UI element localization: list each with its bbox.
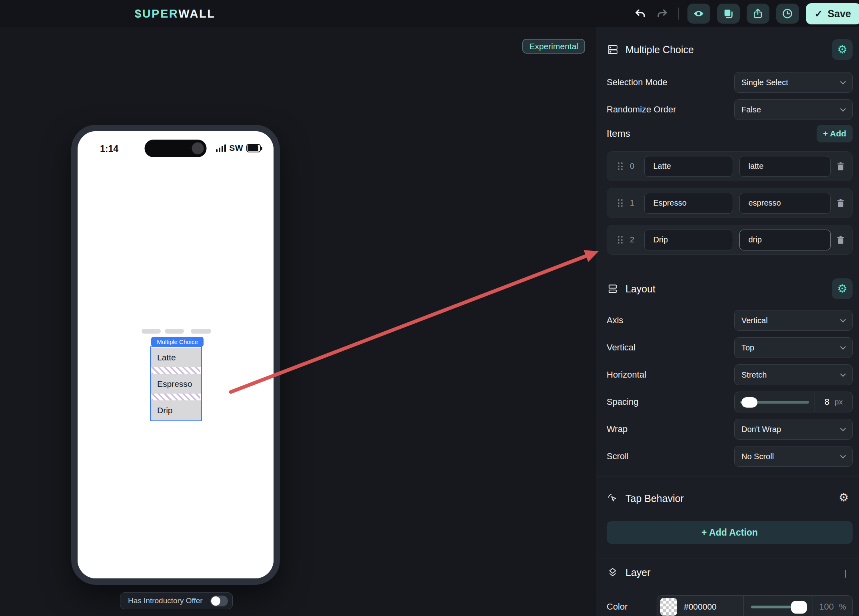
add-item-button[interactable]: + Add xyxy=(817,125,853,142)
spacing-value-field[interactable]: 8 px xyxy=(815,397,852,407)
layout-settings-button[interactable]: ⚙ xyxy=(832,278,853,299)
items-header-row: Items + Add xyxy=(607,125,853,142)
color-swatch[interactable] xyxy=(660,598,677,616)
chevron-down-icon xyxy=(840,452,846,458)
scroll-dropdown[interactable]: No Scroll xyxy=(734,446,853,467)
history-button[interactable] xyxy=(776,4,799,24)
item-value-input[interactable]: drip xyxy=(739,230,831,250)
delete-item-button[interactable] xyxy=(835,161,846,172)
eye-icon xyxy=(693,8,704,19)
selection-mode-dropdown[interactable]: Single Select xyxy=(734,72,853,93)
camera-dot xyxy=(192,142,204,154)
randomize-order-row: Randomize Order False xyxy=(607,99,853,120)
undo-button[interactable] xyxy=(633,6,648,21)
axis-dropdown[interactable]: Vertical xyxy=(734,310,853,331)
drag-handle-icon[interactable] xyxy=(618,199,623,207)
item-label-input[interactable]: Latte xyxy=(644,156,733,177)
slider-knob[interactable] xyxy=(791,601,807,614)
layers-icon xyxy=(607,567,619,578)
inspector-panel: Multiple Choice ⚙ Selection Mode Single … xyxy=(596,27,859,616)
wrap-dropdown[interactable]: Don't Wrap xyxy=(734,419,853,440)
preview-button[interactable] xyxy=(687,4,710,24)
experimental-badge: Experimental xyxy=(522,39,585,54)
topbar: $UPERWALL xyxy=(0,0,859,27)
offer-toggle[interactable] xyxy=(210,596,228,606)
spacing-slider[interactable] xyxy=(735,392,815,412)
opacity-slider[interactable] xyxy=(744,596,813,616)
randomize-order-dropdown[interactable]: False xyxy=(734,99,853,120)
slider-knob[interactable] xyxy=(741,397,757,408)
duplicate-button[interactable] xyxy=(717,4,740,24)
tap-behavior-settings-button[interactable]: ⚙ xyxy=(839,492,849,503)
selection-mode-row: Selection Mode Single Select xyxy=(607,72,853,93)
spacer-stripes xyxy=(152,367,200,374)
signal-icon xyxy=(216,144,226,152)
export-button[interactable] xyxy=(747,4,769,24)
widget-option[interactable]: Espresso xyxy=(151,374,201,394)
chevron-down-icon xyxy=(840,371,846,376)
tap-behavior-section-header: Tap Behavior ⚙ xyxy=(607,488,853,509)
gear-icon: ⚙ xyxy=(837,44,847,55)
section-title: Multiple Choice xyxy=(625,44,694,56)
item-label-input[interactable]: Espresso xyxy=(644,193,733,214)
multiple-choice-settings-button[interactable]: ⚙ xyxy=(832,39,853,60)
multiple-choice-widget[interactable]: Latte Espresso Drip xyxy=(150,346,202,421)
layout-section-header: Layout ⚙ xyxy=(607,278,853,299)
color-value-field[interactable]: #000000 xyxy=(657,598,743,616)
horizontal-dropdown[interactable]: Stretch xyxy=(734,364,853,385)
check-icon: ✓ xyxy=(815,8,823,20)
axis-label: Axis xyxy=(607,315,623,326)
horizontal-row: Horizontal Stretch xyxy=(607,364,853,385)
skeleton-pill xyxy=(142,329,161,334)
section-divider xyxy=(596,558,859,558)
canvas: Experimental 1:14 SW xyxy=(0,27,596,616)
share-icon xyxy=(752,8,763,19)
has-introductory-offer-control: Has Introductory Offer xyxy=(120,592,233,609)
items-label: Items xyxy=(607,128,630,139)
toggle-knob xyxy=(211,596,220,606)
widget-option[interactable]: Latte xyxy=(151,348,201,367)
phone-screen: 1:14 SW Multiple Choice xyxy=(78,131,274,578)
redo-button[interactable] xyxy=(655,6,670,21)
color-label: Color xyxy=(607,602,628,612)
chevron-down-icon xyxy=(845,570,846,578)
vertical-dropdown[interactable]: Top xyxy=(734,337,853,358)
selection-mode-label: Selection Mode xyxy=(607,77,667,88)
layout-icon xyxy=(607,284,619,294)
save-button[interactable]: ✓ Save xyxy=(806,3,859,24)
scroll-row: Scroll No Scroll xyxy=(607,446,853,467)
item-value-input[interactable]: latte xyxy=(739,156,831,177)
item-row-0: 0 Latte latte xyxy=(607,151,853,181)
trash-icon xyxy=(835,198,846,208)
status-icons: SW xyxy=(216,143,262,153)
item-row-1: 1 Espresso espresso xyxy=(607,188,853,218)
phone-mockup: 1:14 SW Multiple Choice xyxy=(71,125,280,585)
drag-handle-icon[interactable] xyxy=(618,236,623,244)
item-value-input[interactable]: espresso xyxy=(739,193,831,214)
scroll-label: Scroll xyxy=(607,451,629,462)
chevron-down-icon xyxy=(840,344,846,349)
drag-handle-icon[interactable] xyxy=(618,162,623,170)
save-button-label: Save xyxy=(828,8,851,20)
delete-item-button[interactable] xyxy=(835,198,846,208)
opacity-value-field[interactable]: 100 % xyxy=(813,602,852,612)
redo-icon xyxy=(656,8,668,20)
topbar-actions: ✓ Save xyxy=(633,0,859,27)
add-action-button[interactable]: + Add Action xyxy=(607,521,853,544)
item-label-input[interactable]: Drip xyxy=(644,230,733,250)
status-time: 1:14 xyxy=(100,144,118,154)
section-title: Layout xyxy=(625,283,655,295)
section-title: Tap Behavior xyxy=(625,493,684,504)
collapse-section-button[interactable] xyxy=(845,570,846,577)
color-control: #000000 100 % xyxy=(657,595,853,616)
multiple-choice-section-header: Multiple Choice ⚙ xyxy=(607,39,853,60)
superwall-editor: $UPERWALL xyxy=(0,0,859,616)
skeleton-pill xyxy=(165,329,184,334)
item-index: 0 xyxy=(629,162,636,171)
clock-icon xyxy=(782,8,793,19)
widget-option[interactable]: Drip xyxy=(151,400,201,420)
delete-item-button[interactable] xyxy=(835,235,846,245)
spacing-row: Spacing 8 px xyxy=(607,392,853,412)
item-index: 1 xyxy=(629,198,636,208)
selection-tag: Multiple Choice xyxy=(151,337,204,347)
